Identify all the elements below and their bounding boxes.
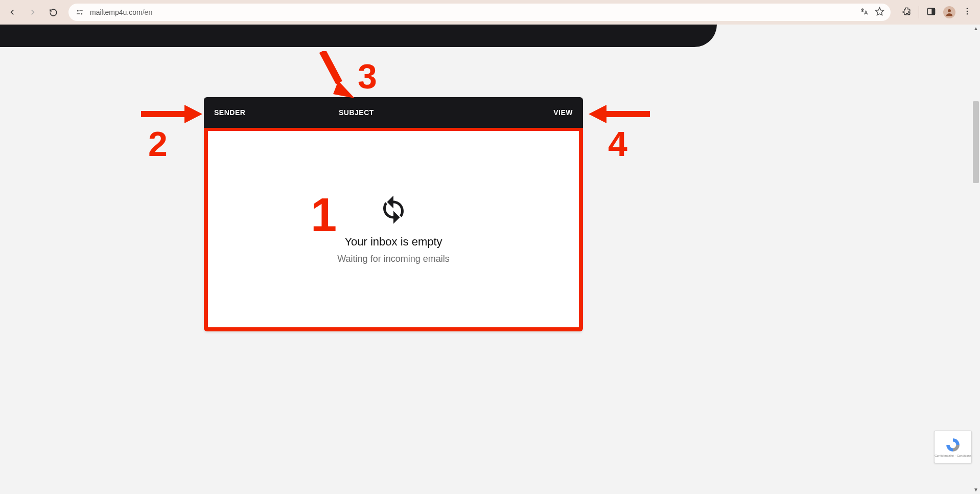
svg-marker-4 [876,8,884,15]
column-view: VIEW [532,108,573,117]
column-subject: SUBJECT [326,108,532,117]
scroll-down-icon[interactable]: ▼ [973,487,979,493]
svg-rect-7 [932,8,935,15]
svg-rect-16 [604,111,650,117]
back-button[interactable] [4,4,20,20]
reload-button[interactable] [45,4,61,20]
annotation-arrow-3 [314,51,360,102]
annotation-arrow-2 [141,104,202,124]
column-sender: SENDER [214,108,326,117]
svg-point-9 [967,8,968,9]
scroll-thumb[interactable] [973,101,979,183]
svg-point-0 [77,10,79,12]
recaptcha-icon [944,437,962,453]
svg-rect-14 [319,51,342,84]
forward-button[interactable] [25,4,41,20]
translate-icon[interactable] [859,7,869,18]
annotation-arrow-4 [589,104,650,124]
scroll-up-icon[interactable]: ▲ [973,26,979,32]
empty-subtitle: Waiting for incoming emails [337,254,449,264]
chrome-extensions-area [898,6,976,18]
svg-marker-17 [589,105,606,123]
inbox-column-header: SENDER SUBJECT VIEW [204,97,583,128]
scrollbar[interactable]: ▲ ▼ [972,25,980,494]
annotation-number-4: 4 [608,124,627,164]
extensions-icon[interactable] [902,7,912,18]
svg-point-11 [967,13,968,15]
annotation-number-3: 3 [358,56,377,96]
bookmark-star-icon[interactable] [875,7,884,18]
svg-point-2 [81,13,82,15]
page-dark-header [0,25,717,47]
kebab-menu-icon[interactable] [963,7,972,18]
svg-point-10 [967,11,968,12]
address-bar[interactable]: mailtemp4u.com/en [68,4,891,21]
inbox-card: SENDER SUBJECT VIEW Your inbox is empty … [204,97,583,331]
page-viewport: SENDER SUBJECT VIEW Your inbox is empty … [0,25,980,494]
refresh-icon[interactable] [378,194,409,225]
empty-title: Your inbox is empty [344,235,442,249]
svg-point-8 [948,9,951,12]
inbox-body: Your inbox is empty Waiting for incoming… [204,128,583,331]
svg-rect-3 [77,13,80,14]
recaptcha-badge[interactable]: Confidentialité - Conditions [934,431,972,463]
recaptcha-terms-text: Confidentialité - Conditions [935,454,971,457]
svg-rect-12 [141,111,187,117]
profile-avatar[interactable] [943,6,955,18]
side-panel-icon[interactable] [926,7,936,18]
browser-toolbar: mailtemp4u.com/en [0,0,980,25]
site-settings-icon[interactable] [75,7,85,17]
svg-marker-13 [184,105,202,123]
annotation-number-2: 2 [148,124,168,164]
url-text: mailtemp4u.com/en [90,8,152,16]
svg-rect-1 [79,10,83,11]
annotation-number-1: 1 [311,188,337,242]
